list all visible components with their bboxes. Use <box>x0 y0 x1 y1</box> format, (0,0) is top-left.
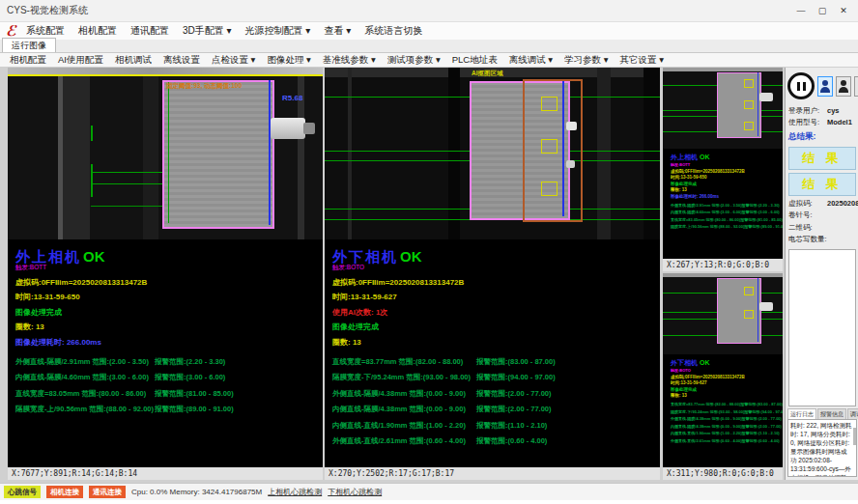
feature-box <box>744 100 754 109</box>
toolbar-item[interactable]: PLC地址表 <box>446 54 503 67</box>
measurement-row: 直线宽度=83.05mm 范围:(80.00 - 86.00) 报警范围:(81… <box>671 217 781 222</box>
pin-number-label: 卷针号: <box>788 210 827 220</box>
toolbar-item[interactable]: 其它设置 ▾ <box>615 54 670 67</box>
tab-run-log[interactable]: 运行日志 <box>787 408 816 419</box>
toolbar-item[interactable]: 点检设置 ▾ <box>206 54 261 67</box>
qr-code-label: 二维码: <box>788 223 827 233</box>
measurement-alarm: 报警范围:(2.00 - 77.00) <box>476 389 656 399</box>
toolbar-item[interactable]: 测试项参数 ▾ <box>382 54 446 67</box>
result-listbox[interactable] <box>788 249 856 406</box>
menu-item[interactable]: 相机配置 <box>72 24 124 38</box>
menu-item[interactable]: 光源控制配置 ▾ <box>239 24 318 38</box>
main-area: 固定阈值:93, 动态阈值:100 R5.68 外上相机OK 触发:BOTT 虚… <box>0 68 858 483</box>
feature-box <box>541 139 558 154</box>
log-scrollbar[interactable] <box>853 428 856 445</box>
app-logo-icon: ℰ <box>3 23 19 39</box>
log-tabs: 运行日志 报警信息 调试信息 <box>786 408 858 419</box>
upper-camera-heartbeat-link[interactable]: 上相机心跳检测 <box>268 487 322 497</box>
result-box-bottom: 结 果 <box>788 173 856 196</box>
measurement-row: 隔膜宽度-下/95.24mm 范围:(93.00 - 98.00) 报警范围:(… <box>671 409 781 414</box>
cycle-count: 圈数: 13 <box>332 337 660 348</box>
measurement-row: 外侧直线-隔膜/2.91mm 范围:(2.00 - 3.50) 报警范围:(2.… <box>671 203 781 208</box>
camera-image-mini-bottom[interactable] <box>663 273 783 354</box>
operator-button[interactable] <box>836 76 851 97</box>
tab-debug-info[interactable]: 调试信息 <box>847 408 858 419</box>
menu-item[interactable]: 系统配置 <box>19 24 72 38</box>
menu-item[interactable]: 系统语言切换 <box>358 24 429 38</box>
toolbar-item[interactable]: 基准线参数 ▾ <box>317 54 382 67</box>
minimize-button[interactable]: — <box>790 2 812 19</box>
total-result-label: 总结果: <box>786 127 858 144</box>
virtual-code: 虚拟码:0FFIIim=2025020813313472B <box>15 277 323 288</box>
toolbar-item[interactable]: 相机配置 <box>4 54 52 67</box>
machine-strip <box>8 68 323 74</box>
camera-image-outer-bottom[interactable]: AI抠图区域 <box>325 68 660 239</box>
camera-image-mini-top[interactable] <box>663 68 783 149</box>
bright-spot <box>566 160 575 168</box>
measurement-alarm: 报警范围:(0.60 - 4.00) <box>476 436 656 446</box>
menu-item[interactable]: 3D手配置 ▾ <box>176 24 239 38</box>
measurement-value: 外侧直线-隔膜/4.38mm 范围:(0.00 - 9.00) <box>332 389 476 399</box>
cell-count-label: 电芯写数量: <box>788 235 827 244</box>
measurement-row: 外侧直线-直线/2.61mm 范围:(0.60 - 4.00) 报警范围:(0.… <box>671 438 781 443</box>
process-done: 图像处理完成 <box>332 322 660 332</box>
measurement-list: 外侧直线-隔膜/2.91mm 范围:(2.00 - 3.50) 报警范围:(2.… <box>15 357 323 415</box>
tab-run-image[interactable]: 运行图像 <box>2 38 56 52</box>
result-text-block: 外下相机OK 触发:BOTO 虚拟码:0FFIIim=2025020813313… <box>325 239 660 467</box>
ai-usage: 使用AI次数: 1次 <box>332 307 660 318</box>
feature-box <box>541 182 558 196</box>
radius-label: R5.68 <box>282 94 302 102</box>
tab-alarm-info[interactable]: 报警信息 <box>817 408 846 419</box>
toolbar-item[interactable]: 离线设置 <box>157 54 206 67</box>
threshold-label: 固定阈值:93, 动态阈值:100 <box>166 82 242 91</box>
lower-camera-heartbeat-link[interactable]: 下相机心跳检测 <box>328 487 382 497</box>
toolbar-item[interactable]: AI使用配置 <box>52 54 109 67</box>
camera-image-outer-top[interactable]: 固定阈值:93, 动态阈值:100 R5.68 <box>8 68 323 239</box>
feature-box <box>744 287 754 295</box>
cycle-count: 圈数: 13 <box>15 322 323 332</box>
log-output[interactable]: 耗时: 222, 网络检测耗时: 17, 网络分类耗时: 0, 网络提取分区耗时… <box>787 419 857 477</box>
menu-items: 系统配置 相机配置 通讯配置 3D手配置 ▾ 光源控制配置 ▾ 查看 ▾ 系统语… <box>19 24 429 38</box>
window-footer <box>0 500 858 504</box>
ai-region-label: AI抠图区域 <box>472 70 503 78</box>
process-done: 图像处理完成 <box>15 307 323 318</box>
product-block <box>717 72 761 138</box>
pixel-readout: X:267;Y:13;R:0;G:0;B:0 <box>663 259 783 271</box>
menu-item[interactable]: 查看 ▾ <box>317 24 358 38</box>
baseline-yellow-line <box>8 74 323 76</box>
barcode-label: 虚拟码: <box>788 199 827 209</box>
measurement-row: 直线宽度=83.77mm 范围:(82.00 - 88.00) 报警范围:(83… <box>671 402 781 406</box>
connector-part <box>271 118 305 139</box>
exit-button[interactable] <box>854 76 858 97</box>
toolbar-item[interactable]: 离线调试 ▾ <box>503 54 558 67</box>
menu-item[interactable]: 通讯配置 <box>124 24 176 38</box>
maximize-button[interactable]: ▢ <box>812 2 833 19</box>
connector-tail <box>303 123 315 134</box>
measurement-row: 外侧直线-隔膜/4.38mm 范围:(0.00 - 9.00) 报警范围:(2.… <box>332 389 656 399</box>
toolbar-item[interactable]: 相机调试 <box>109 54 157 67</box>
toolbar-item[interactable]: 图像处理 ▾ <box>261 54 316 67</box>
camera-name: 外下相机 <box>332 248 398 265</box>
window-controls: — ▢ ✕ <box>790 2 854 19</box>
blue-edge-line <box>758 278 758 342</box>
green-marker-line <box>91 164 93 197</box>
measurement-row: 隔膜宽度-上/90.56mm 范围:(88.00 - 92.00) 报警范围:(… <box>15 405 319 414</box>
measurement-value: 内侧直线-隔膜/4.60mm 范围:(3.00 - 6.00) <box>15 373 155 382</box>
measurement-row: 内侧直线-直线/1.90mm 范围:(1.00 - 2.20) 报警范围:(1.… <box>332 421 656 431</box>
measurement-value: 隔膜宽度-下/95.24mm 范围:(93.00 - 98.00) <box>332 373 476 382</box>
measurement-list: 外侧直线-隔膜/2.91mm 范围:(2.00 - 3.50) 报警范围:(2.… <box>671 203 783 230</box>
login-user-label: 登录用户: <box>788 106 827 116</box>
capture-time: 时间:13-31-59-627 <box>332 292 660 302</box>
measurement-alarm: 报警范围:(3.00 - 6.00) <box>155 373 319 382</box>
camera-panel-outer-top: 固定阈值:93, 动态阈值:100 R5.68 外上相机OK 触发:BOTT 虚… <box>8 68 323 480</box>
status-ok: OK <box>400 248 422 265</box>
result-box-top: 结 果 <box>788 147 856 170</box>
model-value[interactable]: Model1 <box>827 118 852 127</box>
camera-panel-mini-bottom: 外下相机OK 触发:BOTO 虚拟码:0FFIIim=2025020813313… <box>663 273 783 480</box>
user-button[interactable] <box>817 76 833 97</box>
measurement-row: 隔膜宽度-下/95.24mm 范围:(93.00 - 98.00) 报警范围:(… <box>332 373 656 382</box>
toolbar-item[interactable]: 学习参数 ▾ <box>558 54 614 67</box>
pause-button[interactable] <box>787 72 815 99</box>
close-button[interactable]: ✕ <box>833 2 854 19</box>
camera-result-title: 外下相机OK <box>671 358 783 368</box>
